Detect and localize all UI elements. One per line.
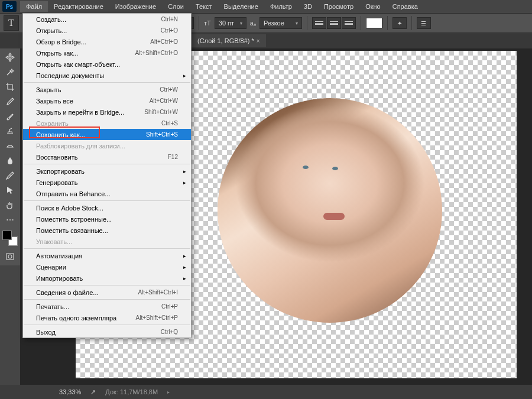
document-info[interactable]: Док: 11,7M/18,8M [105, 388, 158, 395]
menu-item-label: Печатать... [36, 303, 69, 310]
menu-item-label: Закрыть и перейти в Bridge... [36, 109, 124, 116]
menu-separator [24, 299, 190, 300]
file-menu-item[interactable]: ЗакрытьCtrl+W [23, 84, 191, 95]
menu-view[interactable]: Просмотр [318, 1, 359, 12]
menu-separator [24, 325, 190, 325]
text-align-group [312, 17, 356, 29]
menu-select[interactable]: Выделение [218, 1, 264, 12]
menu-image[interactable]: Изображение [109, 1, 162, 12]
file-menu-item[interactable]: Генерировать [23, 177, 191, 188]
menu-item-label: Выход [36, 329, 56, 336]
align-center-button[interactable] [327, 17, 341, 29]
divider [307, 16, 307, 30]
file-menu-item: Разблокировать для записи... [23, 140, 191, 151]
divider [199, 16, 199, 30]
path-selection-tool[interactable] [2, 184, 18, 197]
file-menu-item[interactable]: Открыть...Ctrl+O [23, 25, 191, 36]
file-menu-item[interactable]: Поиск в Adobe Stock... [23, 202, 191, 213]
menu-file[interactable]: Файл [20, 1, 48, 12]
menu-item-label: Открыть... [36, 27, 67, 34]
antialias-icon: aₐ [250, 20, 256, 27]
file-menu-item[interactable]: Поместить связанные... [23, 225, 191, 236]
menu-item-label: Закрыть [36, 86, 61, 93]
file-menu-item[interactable]: Сохранить как...Shift+Ctrl+S [23, 129, 191, 140]
pen-tool[interactable] [2, 169, 18, 182]
menu-item-label: Сохранить как... [36, 131, 85, 138]
menu-item-label: Сведения о файле... [36, 289, 99, 296]
file-menu-item[interactable]: Обзор в Bridge...Alt+Ctrl+O [23, 36, 191, 47]
menu-layers[interactable]: Слои [162, 1, 190, 12]
divider [387, 16, 388, 30]
menu-item-label: Последние документы [36, 72, 104, 79]
align-right-button[interactable] [342, 17, 356, 29]
eyedropper-tool[interactable] [2, 95, 18, 108]
menu-item-label: Разблокировать для записи... [36, 142, 125, 150]
portrait-photo [218, 98, 442, 323]
document-tab[interactable]: (Слой 1, RGB/8#) * × [192, 34, 266, 47]
file-menu-item[interactable]: Поместить встроенные... [23, 213, 191, 225]
file-menu-item[interactable]: Последние документы [23, 70, 191, 81]
file-menu-item[interactable]: Создать...Ctrl+N [23, 14, 191, 25]
color-swatches[interactable] [2, 231, 18, 246]
character-panel-button[interactable]: ☰ [417, 17, 431, 29]
menu-3d[interactable]: 3D [298, 1, 318, 12]
menu-item-label: Поместить связанные... [36, 227, 108, 234]
file-menu-item[interactable]: Отправить на Behance... [23, 188, 191, 199]
foreground-color-swatch[interactable] [2, 231, 12, 240]
menubar: Ps Файл Редактирование Изображение Слои … [0, 0, 532, 13]
antialias-dropdown[interactable]: Резкое▾ [259, 17, 302, 29]
brush-tool[interactable] [2, 110, 18, 123]
menu-text[interactable]: Текст [190, 1, 218, 12]
blur-tool[interactable] [2, 154, 18, 167]
chevron-right-icon[interactable]: ▸ [167, 390, 170, 395]
menu-item-label: Поиск в Adobe Stock... [36, 205, 103, 212]
file-menu-item[interactable]: Экспортировать [23, 166, 191, 177]
menu-separator [24, 82, 190, 83]
file-menu-item[interactable]: ВосстановитьF12 [23, 151, 191, 163]
file-menu-item[interactable]: Сценарии [23, 261, 191, 273]
quickmask-toggle[interactable] [2, 250, 18, 263]
circular-image-layer [218, 98, 442, 323]
menu-window[interactable]: Окно [359, 1, 387, 12]
file-menu-item[interactable]: Открыть как смарт-объект... [23, 59, 191, 70]
file-menu-item[interactable]: ВыходCtrl+Q [23, 326, 191, 338]
font-size-icon: тТ [204, 20, 211, 27]
menu-item-label: Генерировать [36, 179, 77, 186]
magic-wand-tool[interactable] [2, 66, 18, 79]
toolbox: ⋯ [0, 48, 20, 265]
text-color-swatch[interactable] [366, 18, 382, 28]
hand-tool[interactable] [2, 199, 18, 212]
zoom-level[interactable]: 33,33% [59, 388, 81, 395]
menu-filter[interactable]: Фильтр [264, 1, 298, 12]
menu-item-label: Сценарии [36, 264, 66, 271]
menu-item-shortcut: Ctrl+O [161, 27, 178, 34]
warp-text-button[interactable]: ✦ [392, 17, 407, 29]
menu-item-shortcut: Ctrl+Q [161, 329, 178, 335]
file-menu-item[interactable]: Закрыть и перейти в Bridge...Shift+Ctrl+… [23, 106, 191, 118]
menu-edit[interactable]: Редактирование [48, 1, 109, 12]
menu-item-shortcut: Ctrl+S [161, 120, 178, 126]
more-tools[interactable]: ⋯ [2, 213, 18, 226]
menu-item-shortcut: Alt+Ctrl+W [150, 98, 178, 104]
gradient-tool[interactable] [2, 140, 18, 153]
menu-item-label: Открыть как... [36, 50, 78, 57]
crop-tool[interactable] [2, 80, 18, 93]
file-menu-item[interactable]: Закрыть всеAlt+Ctrl+W [23, 95, 191, 106]
file-menu-item[interactable]: Автоматизация [23, 250, 191, 261]
clone-stamp-tool[interactable] [2, 125, 18, 138]
file-menu-item[interactable]: Сведения о файле...Alt+Shift+Ctrl+I [23, 287, 191, 298]
align-left-button[interactable] [312, 17, 326, 29]
menu-item-shortcut: Shift+Ctrl+S [146, 131, 178, 138]
font-size-dropdown[interactable]: 30 пт▾ [215, 17, 246, 29]
file-menu-item[interactable]: Открыть как...Alt+Shift+Ctrl+O [23, 47, 191, 59]
share-icon[interactable]: ↗ [90, 388, 96, 396]
menu-item-label: Создать... [36, 16, 66, 23]
close-icon[interactable]: × [257, 38, 260, 44]
file-menu-item[interactable]: Импортировать [23, 273, 191, 284]
active-tool-icon[interactable]: T [4, 15, 19, 31]
menu-help[interactable]: Справка [387, 1, 424, 12]
menu-item-label: Обзор в Bridge... [36, 38, 86, 46]
move-tool[interactable] [2, 51, 18, 64]
file-menu-item[interactable]: Печать одного экземпляраAlt+Shift+Ctrl+P [23, 312, 191, 323]
file-menu-item[interactable]: Печатать...Ctrl+P [23, 301, 191, 312]
